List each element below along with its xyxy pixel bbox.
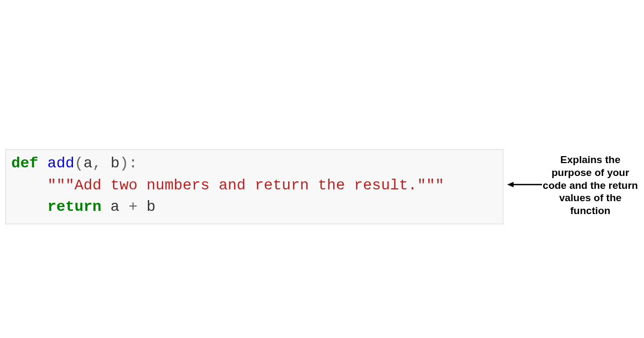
code-block: def add(a, b): """Add two numbers and re… <box>5 149 503 224</box>
var-a: a <box>111 199 120 215</box>
colon: : <box>129 155 138 172</box>
space <box>101 155 111 172</box>
indent <box>11 177 47 194</box>
paren-open: ( <box>75 155 84 172</box>
operator-plus: + <box>128 199 137 215</box>
param-a: a <box>83 155 92 172</box>
docstring: """Add two numbers and return the result… <box>47 177 444 194</box>
keyword-return: return <box>47 199 101 215</box>
paren-close: ) <box>120 155 129 172</box>
indent <box>11 199 47 215</box>
space <box>101 199 111 215</box>
keyword-def: def <box>11 155 38 172</box>
space <box>38 155 47 172</box>
param-b: b <box>111 155 120 172</box>
comma: , <box>92 155 101 172</box>
arrow-icon <box>507 181 542 188</box>
space <box>120 199 129 215</box>
space <box>137 199 147 215</box>
var-b: b <box>147 199 156 215</box>
annotation-text: Explains the purpose of your code and th… <box>540 153 640 217</box>
function-name: add <box>47 155 74 172</box>
svg-marker-1 <box>507 182 514 187</box>
